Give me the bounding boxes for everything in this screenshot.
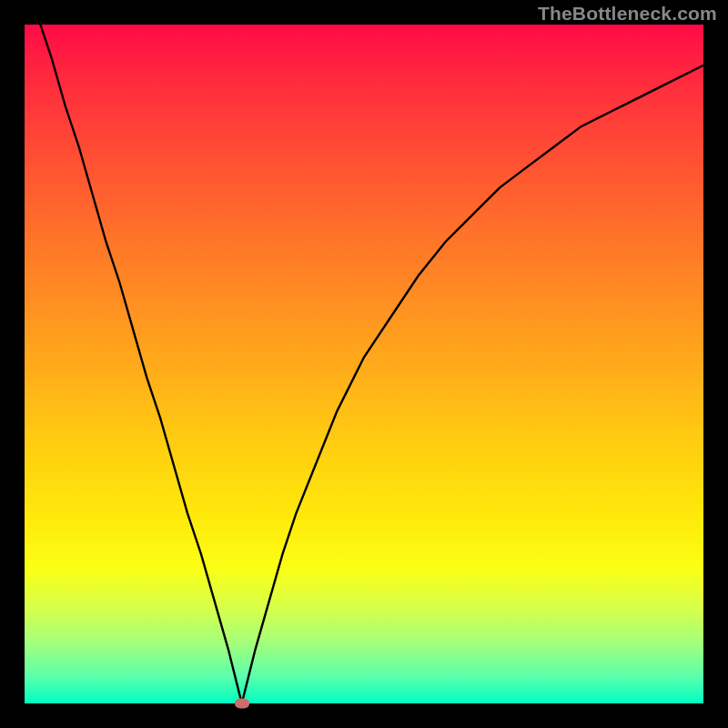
plot-area [25, 25, 703, 703]
curve-path [25, 25, 703, 703]
chart-frame: TheBottleneck.com [0, 0, 728, 728]
bottleneck-curve [25, 25, 703, 703]
minimum-marker [235, 699, 249, 709]
watermark-text: TheBottleneck.com [538, 3, 717, 25]
